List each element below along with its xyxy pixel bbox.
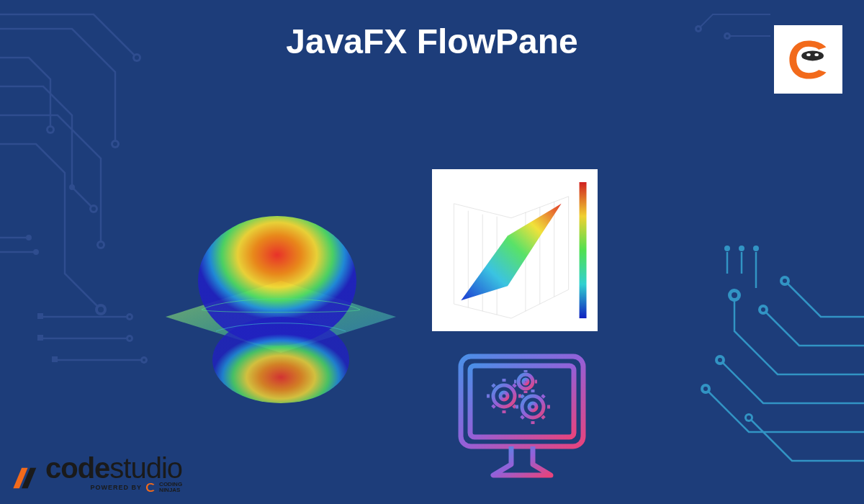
svg-point-68 [518, 374, 533, 389]
svg-point-42 [747, 415, 751, 420]
svg-point-2 [814, 53, 819, 55]
svg-point-38 [718, 358, 722, 362]
svg-point-1 [806, 53, 811, 55]
svg-point-4 [48, 127, 53, 132]
footer-powered-by: POWERED BY [91, 484, 143, 491]
surface-plot-3d [144, 187, 418, 418]
circuit-decoration-bottom-right [576, 230, 864, 504]
svg-point-6 [91, 207, 96, 211]
svg-point-66 [522, 396, 544, 418]
svg-point-30 [726, 35, 729, 37]
svg-rect-26 [52, 356, 58, 362]
svg-point-19 [128, 337, 131, 340]
svg-point-12 [113, 142, 117, 146]
svg-point-10 [98, 307, 104, 312]
svg-point-8 [99, 243, 103, 247]
page-title: JavaFX FlowPane [286, 22, 578, 61]
svg-point-17 [128, 315, 131, 318]
svg-point-14 [135, 55, 139, 60]
svg-point-0 [801, 50, 824, 60]
svg-point-28 [697, 27, 700, 30]
ninja-c-icon [783, 35, 834, 85]
svg-point-69 [523, 379, 528, 384]
svg-point-44 [739, 246, 744, 251]
svg-point-32 [783, 279, 787, 283]
computer-gears-icon [450, 346, 594, 490]
svg-point-43 [724, 246, 730, 251]
plot-3d-card [432, 169, 598, 331]
svg-point-47 [212, 317, 349, 403]
brand-logo-corner [774, 25, 842, 94]
circuit-decoration-top-right [626, 0, 770, 144]
svg-point-23 [33, 249, 39, 255]
svg-point-64 [493, 385, 515, 407]
svg-point-15 [69, 184, 75, 190]
svg-rect-60 [580, 182, 587, 318]
svg-point-34 [761, 307, 765, 312]
footer-brand-text: codestudio [45, 452, 182, 485]
ninja-c-mini-icon [145, 482, 156, 493]
svg-point-36 [732, 292, 737, 298]
svg-point-22 [26, 235, 32, 240]
svg-point-40 [703, 387, 708, 391]
svg-point-45 [753, 246, 759, 251]
svg-point-65 [500, 392, 508, 400]
svg-point-67 [529, 403, 536, 410]
codestudio-icon [11, 463, 41, 493]
svg-rect-24 [37, 313, 43, 319]
svg-rect-25 [37, 335, 43, 341]
footer-brand-logo: codestudio POWERED BY CODING NINJAS [11, 452, 182, 493]
